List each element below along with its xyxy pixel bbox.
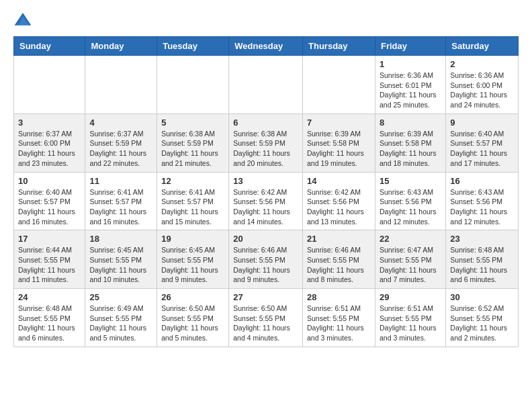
- day-number: 18: [89, 234, 152, 244]
- day-info: Sunrise: 6:50 AM Sunset: 5:55 PM Dayligh…: [161, 304, 224, 343]
- calendar-day-28: 28Sunrise: 6:51 AM Sunset: 5:55 PM Dayli…: [303, 289, 375, 347]
- calendar-day-8: 8Sunrise: 6:39 AM Sunset: 5:58 PM Daylig…: [375, 113, 445, 172]
- calendar-day-24: 24Sunrise: 6:48 AM Sunset: 5:55 PM Dayli…: [14, 289, 85, 347]
- day-number: 11: [89, 176, 152, 186]
- day-info: Sunrise: 6:38 AM Sunset: 5:59 PM Dayligh…: [161, 129, 224, 169]
- day-number: 20: [233, 234, 298, 244]
- day-info: Sunrise: 6:46 AM Sunset: 5:55 PM Dayligh…: [233, 245, 298, 285]
- day-number: 9: [450, 118, 514, 128]
- day-number: 5: [161, 118, 224, 128]
- day-info: Sunrise: 6:42 AM Sunset: 5:56 PM Dayligh…: [233, 187, 298, 227]
- calendar-week-row: 3Sunrise: 6:37 AM Sunset: 6:00 PM Daylig…: [14, 113, 519, 172]
- day-number: 14: [307, 176, 371, 186]
- day-info: Sunrise: 6:41 AM Sunset: 5:57 PM Dayligh…: [89, 187, 152, 227]
- day-number: 4: [89, 118, 152, 128]
- day-info: Sunrise: 6:44 AM Sunset: 5:55 PM Dayligh…: [18, 245, 81, 285]
- day-number: 28: [307, 292, 371, 302]
- day-info: Sunrise: 6:51 AM Sunset: 5:55 PM Dayligh…: [380, 304, 441, 343]
- day-info: Sunrise: 6:48 AM Sunset: 5:55 PM Dayligh…: [450, 245, 514, 285]
- calendar-day-22: 22Sunrise: 6:47 AM Sunset: 5:55 PM Dayli…: [375, 230, 445, 289]
- calendar-day-2: 2Sunrise: 6:36 AM Sunset: 6:00 PM Daylig…: [446, 56, 519, 114]
- header: [13, 11, 519, 30]
- calendar-day-27: 27Sunrise: 6:50 AM Sunset: 5:55 PM Dayli…: [229, 289, 303, 347]
- day-info: Sunrise: 6:51 AM Sunset: 5:55 PM Dayligh…: [307, 304, 371, 343]
- calendar-day-17: 17Sunrise: 6:44 AM Sunset: 5:55 PM Dayli…: [14, 230, 85, 289]
- calendar-day-23: 23Sunrise: 6:48 AM Sunset: 5:55 PM Dayli…: [446, 230, 519, 289]
- day-number: 24: [18, 292, 81, 302]
- day-info: Sunrise: 6:42 AM Sunset: 5:56 PM Dayligh…: [307, 187, 371, 227]
- calendar-day-30: 30Sunrise: 6:52 AM Sunset: 5:55 PM Dayli…: [446, 289, 519, 347]
- calendar-weekday-friday: Friday: [375, 37, 445, 56]
- day-info: Sunrise: 6:45 AM Sunset: 5:55 PM Dayligh…: [161, 245, 224, 285]
- day-info: Sunrise: 6:39 AM Sunset: 5:58 PM Dayligh…: [380, 129, 441, 169]
- day-number: 13: [233, 176, 298, 186]
- calendar-day-15: 15Sunrise: 6:43 AM Sunset: 5:56 PM Dayli…: [375, 172, 445, 230]
- day-number: 1: [380, 59, 441, 69]
- calendar-week-row: 24Sunrise: 6:48 AM Sunset: 5:55 PM Dayli…: [14, 289, 519, 347]
- day-number: 26: [161, 292, 224, 302]
- calendar-day-14: 14Sunrise: 6:42 AM Sunset: 5:56 PM Dayli…: [303, 172, 375, 230]
- logo-icon: [13, 11, 32, 30]
- day-info: Sunrise: 6:46 AM Sunset: 5:55 PM Dayligh…: [307, 245, 371, 285]
- day-number: 23: [450, 234, 514, 244]
- day-info: Sunrise: 6:37 AM Sunset: 5:59 PM Dayligh…: [89, 129, 152, 169]
- calendar-day-20: 20Sunrise: 6:46 AM Sunset: 5:55 PM Dayli…: [229, 230, 303, 289]
- calendar-day-1: 1Sunrise: 6:36 AM Sunset: 6:01 PM Daylig…: [375, 56, 445, 114]
- calendar-weekday-tuesday: Tuesday: [157, 37, 229, 56]
- calendar-weekday-thursday: Thursday: [303, 37, 375, 56]
- day-info: Sunrise: 6:43 AM Sunset: 5:56 PM Dayligh…: [450, 187, 514, 227]
- calendar-day-5: 5Sunrise: 6:38 AM Sunset: 5:59 PM Daylig…: [157, 113, 229, 172]
- day-number: 21: [307, 234, 371, 244]
- day-info: Sunrise: 6:36 AM Sunset: 6:01 PM Dayligh…: [380, 71, 441, 110]
- day-number: 15: [380, 176, 441, 186]
- day-number: 12: [161, 176, 224, 186]
- calendar-day-3: 3Sunrise: 6:37 AM Sunset: 6:00 PM Daylig…: [14, 113, 85, 172]
- day-number: 22: [380, 234, 441, 244]
- day-info: Sunrise: 6:37 AM Sunset: 6:00 PM Dayligh…: [18, 129, 81, 169]
- calendar-weekday-saturday: Saturday: [446, 37, 519, 56]
- day-info: Sunrise: 6:36 AM Sunset: 6:00 PM Dayligh…: [450, 71, 514, 110]
- calendar-day-10: 10Sunrise: 6:40 AM Sunset: 5:57 PM Dayli…: [14, 172, 85, 230]
- day-number: 19: [161, 234, 224, 244]
- day-number: 25: [89, 292, 152, 302]
- calendar-empty-cell: [229, 56, 303, 114]
- calendar-day-11: 11Sunrise: 6:41 AM Sunset: 5:57 PM Dayli…: [85, 172, 157, 230]
- calendar-day-9: 9Sunrise: 6:40 AM Sunset: 5:57 PM Daylig…: [446, 113, 519, 172]
- calendar-week-row: 1Sunrise: 6:36 AM Sunset: 6:01 PM Daylig…: [14, 56, 519, 114]
- calendar-day-7: 7Sunrise: 6:39 AM Sunset: 5:58 PM Daylig…: [303, 113, 375, 172]
- calendar-day-25: 25Sunrise: 6:49 AM Sunset: 5:55 PM Dayli…: [85, 289, 157, 347]
- day-info: Sunrise: 6:40 AM Sunset: 5:57 PM Dayligh…: [450, 129, 514, 169]
- calendar-table: SundayMondayTuesdayWednesdayThursdayFrid…: [13, 36, 519, 347]
- day-number: 27: [233, 292, 298, 302]
- day-info: Sunrise: 6:39 AM Sunset: 5:58 PM Dayligh…: [307, 129, 371, 169]
- day-info: Sunrise: 6:47 AM Sunset: 5:55 PM Dayligh…: [380, 245, 441, 285]
- calendar-day-12: 12Sunrise: 6:41 AM Sunset: 5:57 PM Dayli…: [157, 172, 229, 230]
- day-number: 7: [307, 118, 371, 128]
- day-info: Sunrise: 6:50 AM Sunset: 5:55 PM Dayligh…: [233, 304, 298, 343]
- day-number: 17: [18, 234, 81, 244]
- day-number: 2: [450, 59, 514, 69]
- calendar-day-21: 21Sunrise: 6:46 AM Sunset: 5:55 PM Dayli…: [303, 230, 375, 289]
- calendar-day-16: 16Sunrise: 6:43 AM Sunset: 5:56 PM Dayli…: [446, 172, 519, 230]
- calendar-week-row: 17Sunrise: 6:44 AM Sunset: 5:55 PM Dayli…: [14, 230, 519, 289]
- calendar-day-18: 18Sunrise: 6:45 AM Sunset: 5:55 PM Dayli…: [85, 230, 157, 289]
- calendar-weekday-sunday: Sunday: [14, 37, 85, 56]
- calendar-day-29: 29Sunrise: 6:51 AM Sunset: 5:55 PM Dayli…: [375, 289, 445, 347]
- calendar-day-6: 6Sunrise: 6:38 AM Sunset: 5:59 PM Daylig…: [229, 113, 303, 172]
- calendar-empty-cell: [303, 56, 375, 114]
- page-container: SundayMondayTuesdayWednesdayThursdayFrid…: [0, 0, 532, 358]
- day-info: Sunrise: 6:49 AM Sunset: 5:55 PM Dayligh…: [89, 304, 152, 343]
- day-info: Sunrise: 6:52 AM Sunset: 5:55 PM Dayligh…: [450, 304, 514, 343]
- day-number: 3: [18, 118, 81, 128]
- calendar-weekday-wednesday: Wednesday: [229, 37, 303, 56]
- day-info: Sunrise: 6:48 AM Sunset: 5:55 PM Dayligh…: [18, 304, 81, 343]
- calendar-empty-cell: [85, 56, 157, 114]
- day-info: Sunrise: 6:41 AM Sunset: 5:57 PM Dayligh…: [161, 187, 224, 227]
- day-number: 8: [380, 118, 441, 128]
- calendar-day-19: 19Sunrise: 6:45 AM Sunset: 5:55 PM Dayli…: [157, 230, 229, 289]
- day-number: 6: [233, 118, 298, 128]
- day-info: Sunrise: 6:43 AM Sunset: 5:56 PM Dayligh…: [380, 187, 441, 227]
- calendar-weekday-monday: Monday: [85, 37, 157, 56]
- calendar-day-13: 13Sunrise: 6:42 AM Sunset: 5:56 PM Dayli…: [229, 172, 303, 230]
- day-number: 29: [380, 292, 441, 302]
